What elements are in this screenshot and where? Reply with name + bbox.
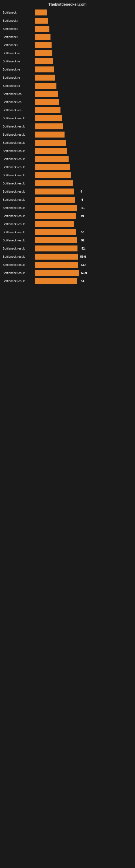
bar-value: 52. — [81, 239, 85, 242]
bar-row: Bottleneck result — [3, 172, 132, 179]
bar-label: Bottleneck res — [3, 108, 34, 112]
bar-row: Bottleneck re — [3, 82, 132, 90]
bar-label: Bottleneck result — [3, 271, 34, 275]
bar-row: Bottleneck — [3, 9, 132, 16]
site-title: TheBottlenecker.com — [0, 0, 135, 8]
bar-label: Bottleneck result — [3, 133, 34, 136]
bar-label: Bottleneck r — [3, 19, 34, 22]
bar-value: 49 — [81, 214, 84, 218]
bar-label: Bottleneck result — [3, 174, 34, 177]
bar-row: Bottleneck result51 — [3, 204, 132, 212]
bar-row: Bottleneck r — [3, 33, 132, 41]
bar-label: Bottleneck result — [3, 239, 34, 242]
bar-label: Bottleneck result — [3, 149, 34, 152]
bar-value: 51 — [82, 206, 85, 209]
bar-label: Bottleneck result — [3, 125, 34, 128]
bar-row: Bottleneck res — [3, 106, 132, 114]
bar-label: Bottleneck result — [3, 182, 34, 185]
bar-row: Bottleneck re — [3, 74, 132, 82]
bar-row: Bottleneck result — [3, 147, 132, 155]
bar-label: Bottleneck result — [3, 255, 34, 258]
chart-area: BottleneckBottleneck rBottleneck rBottle… — [0, 8, 135, 286]
bar-row: Bottleneck result — [3, 131, 132, 138]
bar-value: 4 — [81, 198, 83, 201]
bar-label: Bottleneck r — [3, 35, 34, 38]
bar-label: Bottleneck result — [3, 206, 34, 209]
bar-label: Bottleneck result — [3, 165, 34, 169]
bar-row: Bottleneck result4 — [3, 196, 132, 204]
bar-label: Bottleneck result — [3, 157, 34, 161]
bar-label: Bottleneck res — [3, 92, 34, 95]
bar-row: Bottleneck r — [3, 17, 132, 24]
bar-row: Bottleneck result53% — [3, 253, 132, 260]
bar-row: Bottleneck result — [3, 115, 132, 122]
bar-label: Bottleneck — [3, 11, 34, 14]
bar-label: Bottleneck re — [3, 52, 34, 55]
bar-label: Bottleneck result — [3, 222, 34, 226]
bar-row: Bottleneck result51. — [3, 277, 132, 285]
bar-label: Bottleneck re — [3, 60, 34, 63]
bar-row: Bottleneck res — [3, 98, 132, 106]
bar-label: Bottleneck result — [3, 141, 34, 144]
bar-label: Bottleneck r — [3, 27, 34, 30]
bar-label: Bottleneck result — [3, 214, 34, 218]
bar-value: 51. — [81, 279, 85, 283]
bar-label: Bottleneck result — [3, 190, 34, 193]
bar-row: Bottleneck r — [3, 25, 132, 33]
bar-value: 53.9 — [81, 271, 87, 275]
bar-row: Bottleneck result — [3, 163, 132, 171]
bar-label: Bottleneck result — [3, 279, 34, 283]
bar-label: Bottleneck result — [3, 198, 34, 201]
bar-row: Bottleneck result — [3, 155, 132, 163]
bar-row: Bottleneck r — [3, 41, 132, 49]
bar-value: 53% — [80, 255, 86, 258]
bar-value: 52. — [82, 247, 86, 250]
bar-row: Bottleneck result49 — [3, 212, 132, 220]
bar-row: Bottleneck result53.4 — [3, 261, 132, 269]
bar-value: 50 — [81, 230, 84, 234]
bar-label: Bottleneck result — [3, 247, 34, 250]
bar-value: 53.4 — [81, 263, 86, 267]
bar-row: Bottleneck result53.9 — [3, 269, 132, 277]
bar-row: Bottleneck result — [3, 220, 132, 228]
bar-label: Bottleneck re — [3, 84, 34, 87]
header: TheBottlenecker.com — [0, 0, 135, 8]
bar-label: Bottleneck re — [3, 68, 34, 71]
bar-label: Bottleneck result — [3, 230, 34, 234]
bar-label: Bottleneck res — [3, 100, 34, 104]
bar-row: Bottleneck res — [3, 90, 132, 98]
bar-label: Bottleneck r — [3, 43, 34, 46]
bar-label: Bottleneck result — [3, 263, 34, 267]
bar-row: Bottleneck result — [3, 123, 132, 130]
bar-row: Bottleneck result4 — [3, 188, 132, 195]
bar-row: Bottleneck result52. — [3, 245, 132, 252]
bar-row: Bottleneck result50 — [3, 228, 132, 236]
bar-row: Bottleneck re — [3, 66, 132, 73]
bar-row: Bottleneck result52. — [3, 237, 132, 244]
bar-row: Bottleneck re — [3, 58, 132, 65]
bar-label: Bottleneck result — [3, 117, 34, 120]
bar-value: 4 — [81, 190, 82, 193]
bar-row: Bottleneck result — [3, 139, 132, 147]
bar-row: Bottleneck result — [3, 180, 132, 187]
bar-row: Bottleneck re — [3, 50, 132, 57]
bar-label: Bottleneck re — [3, 76, 34, 79]
